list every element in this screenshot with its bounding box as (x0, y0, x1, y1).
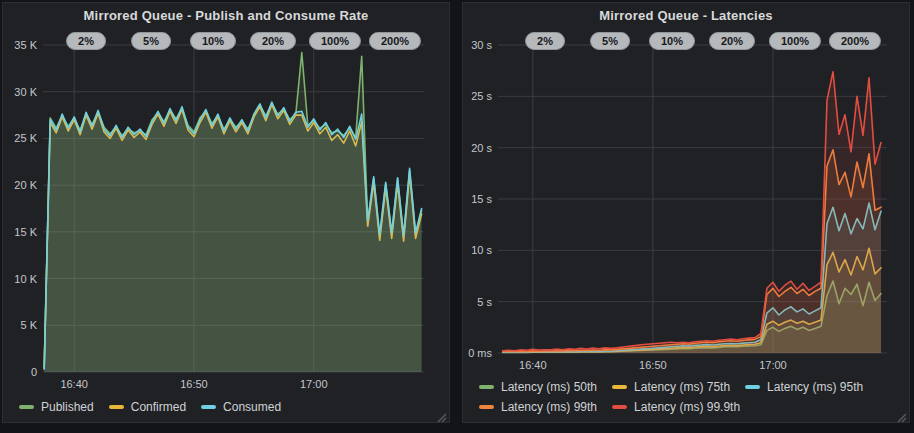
legend-item-confirmed[interactable]: Confirmed (109, 397, 186, 417)
annotation-pill-2[interactable]: 2% (66, 32, 106, 50)
x-tick-label: 16:50 (180, 378, 208, 390)
panel-title[interactable]: Mirrored Queue - Publish and Consume Rat… (3, 8, 449, 23)
chart-plot-area[interactable] (498, 45, 887, 353)
legend-swatch-icon[interactable] (479, 385, 494, 389)
legend-label[interactable]: Latency (ms) 99th (501, 397, 597, 417)
legend-item-latency-ms-50th[interactable]: Latency (ms) 50th (479, 377, 597, 397)
y-tick-label: 20 K (14, 179, 37, 191)
y-tick-label: 5 s (477, 296, 492, 308)
panel-latencies: Mirrored Queue - Latencies 0 ms5 s10 s15… (462, 2, 910, 423)
legend-item-consumed[interactable]: Consumed (201, 397, 281, 417)
chart-legend: Latency (ms) 50thLatency (ms) 75thLatenc… (479, 377, 903, 417)
legend-label[interactable]: Consumed (223, 397, 281, 417)
legend-swatch-icon[interactable] (201, 405, 216, 409)
y-tick-label: 0 ms (468, 347, 492, 359)
legend-item-latency-ms-75th[interactable]: Latency (ms) 75th (612, 377, 730, 397)
legend-swatch-icon[interactable] (479, 405, 494, 409)
x-tick-label: 16:50 (639, 359, 667, 371)
annotation-pill-200[interactable]: 200% (369, 32, 421, 50)
legend-item-latency-ms-99th[interactable]: Latency (ms) 99th (479, 397, 597, 417)
annotation-pill-100[interactable]: 100% (309, 32, 361, 50)
annotation-pill-5[interactable]: 5% (590, 32, 630, 50)
y-tick-label: 5 K (20, 319, 37, 331)
panel-resize-handle[interactable] (896, 409, 907, 420)
y-tick-label: 25 K (14, 132, 37, 144)
panel-resize-handle[interactable] (436, 409, 447, 420)
annotation-pill-20[interactable]: 20% (250, 32, 296, 50)
chart-legend: PublishedConfirmedConsumed (19, 397, 296, 417)
legend-label[interactable]: Confirmed (131, 397, 186, 417)
y-tick-label: 25 s (471, 90, 492, 102)
latency-chart-canvas[interactable]: 0 ms5 s10 s15 s20 s25 s30 s16:4016:5017:… (463, 3, 911, 424)
legend-item-published[interactable]: Published (19, 397, 94, 417)
x-tick-label: 16:40 (519, 359, 547, 371)
x-tick-label: 17:00 (300, 378, 328, 390)
x-tick-label: 16:40 (60, 378, 88, 390)
dashboard: { "theme": { "page_bg": "#131417", "pane… (0, 0, 914, 433)
y-tick-label: 30 s (471, 39, 492, 51)
y-tick-label: 35 K (14, 39, 37, 51)
legend-swatch-icon[interactable] (612, 385, 627, 389)
legend-label[interactable]: Latency (ms) 75th (634, 377, 730, 397)
y-tick-label: 30 K (14, 86, 37, 98)
panel-title[interactable]: Mirrored Queue - Latencies (463, 8, 909, 23)
y-tick-label: 10 s (471, 244, 492, 256)
legend-item-latency-ms-99-9th[interactable]: Latency (ms) 99.9th (612, 397, 740, 417)
rate-chart-canvas[interactable]: 05 K10 K15 K20 K25 K30 K35 K16:4016:5017… (3, 3, 451, 424)
legend-label[interactable]: Latency (ms) 50th (501, 377, 597, 397)
y-tick-label: 0 (31, 366, 37, 378)
legend-item-latency-ms-95th[interactable]: Latency (ms) 95th (745, 377, 863, 397)
legend-label[interactable]: Latency (ms) 99.9th (634, 397, 740, 417)
y-tick-label: 20 s (471, 142, 492, 154)
annotation-pill-10[interactable]: 10% (190, 32, 236, 50)
legend-swatch-icon[interactable] (109, 405, 124, 409)
legend-swatch-icon[interactable] (19, 405, 34, 409)
legend-swatch-icon[interactable] (612, 405, 627, 409)
panel-publish-consume-rate: Mirrored Queue - Publish and Consume Rat… (2, 2, 450, 423)
legend-label[interactable]: Published (41, 397, 94, 417)
annotation-pill-10[interactable]: 10% (649, 32, 695, 50)
y-tick-label: 15 s (471, 193, 492, 205)
chart-plot-area[interactable] (43, 45, 424, 372)
legend-swatch-icon[interactable] (745, 385, 760, 389)
annotation-pill-20[interactable]: 20% (709, 32, 755, 50)
annotation-pill-200[interactable]: 200% (829, 32, 881, 50)
legend-label[interactable]: Latency (ms) 95th (767, 377, 863, 397)
annotation-pill-2[interactable]: 2% (525, 32, 565, 50)
resize-grip-icon (436, 412, 447, 423)
x-tick-label: 17:00 (759, 359, 787, 371)
annotation-pill-100[interactable]: 100% (769, 32, 821, 50)
resize-grip-icon (896, 412, 907, 423)
y-tick-label: 15 K (14, 226, 37, 238)
annotation-pill-5[interactable]: 5% (131, 32, 171, 50)
y-tick-label: 10 K (14, 273, 37, 285)
